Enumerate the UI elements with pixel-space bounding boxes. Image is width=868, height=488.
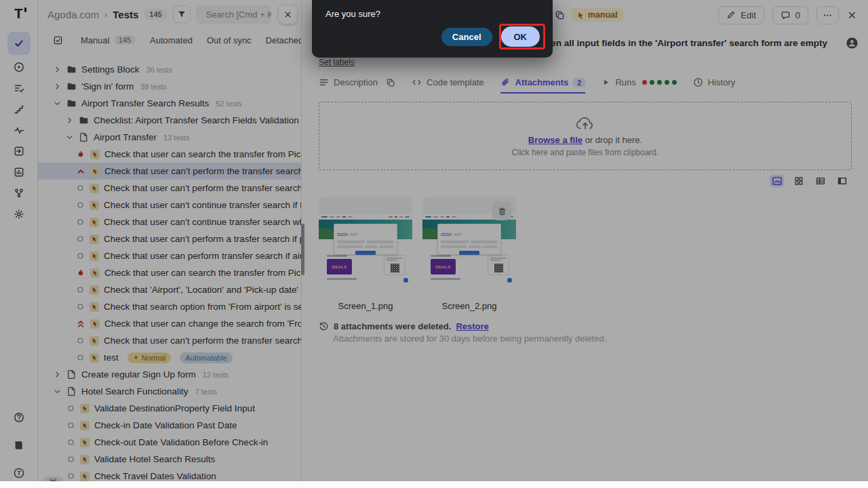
- cancel-button[interactable]: Cancel: [441, 28, 492, 46]
- confirm-dialog: Are you sure? Cancel OK: [312, 0, 553, 58]
- confirm-dialog-message: Are you sure?: [326, 9, 539, 19]
- modal-dim-overlay: [0, 0, 868, 488]
- window-bottom-strip: [0, 481, 868, 488]
- ok-button[interactable]: OK: [501, 26, 540, 47]
